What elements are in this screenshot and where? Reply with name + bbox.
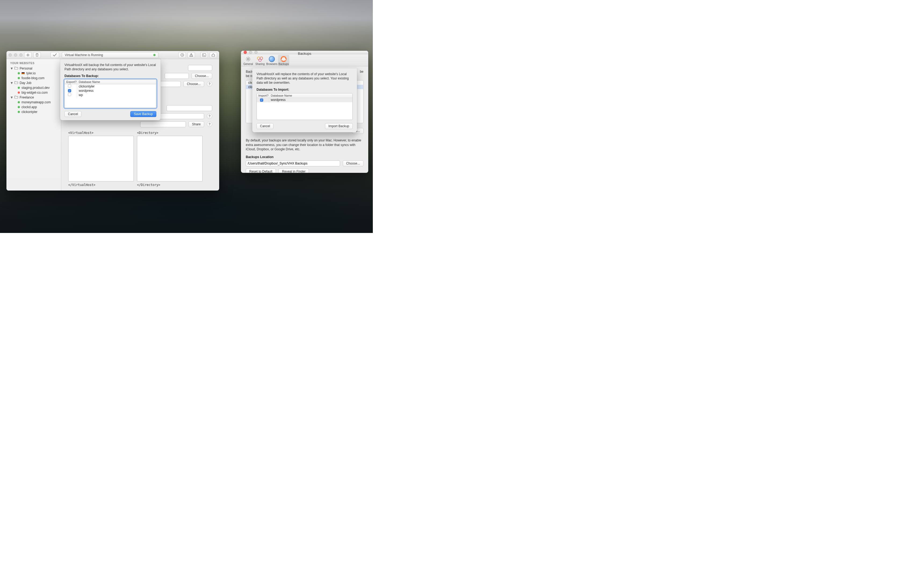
status-dot-icon: [18, 92, 20, 93]
svg-point-3: [247, 58, 249, 60]
open-home-button[interactable]: [210, 52, 217, 58]
folder-icon: [15, 95, 18, 99]
status-dot-icon: [18, 87, 20, 89]
tab-general[interactable]: General: [242, 55, 254, 66]
import-sheet: VirtualHostX will replace the contents o…: [252, 68, 357, 132]
choose-button-1[interactable]: Choose...: [192, 73, 212, 79]
sidebar-site[interactable]: foodie-blog.com: [6, 76, 61, 81]
status-dot-icon: [18, 101, 20, 103]
window-controls: [9, 53, 23, 56]
share-button[interactable]: Share: [189, 121, 204, 127]
minimize-control[interactable]: [14, 53, 17, 56]
backups-prefs-window: Backups General Sharing Browsers: [241, 51, 368, 173]
sidebar-site[interactable]: clickontyler: [6, 110, 61, 114]
col-dbname-header[interactable]: Database Name: [269, 93, 352, 98]
import-backup-button[interactable]: Import Backup: [325, 123, 353, 129]
tab-label: General: [243, 63, 253, 66]
add-site-button[interactable]: [24, 52, 32, 58]
cancel-button[interactable]: Cancel: [65, 111, 81, 117]
sidebar-site[interactable]: staging.product.dev: [6, 85, 61, 90]
vm-status-bar[interactable]: Virtual Machine is Running: [62, 52, 158, 58]
warnings-button[interactable]: [187, 52, 195, 58]
svg-point-4: [257, 57, 260, 60]
svg-point-6: [258, 59, 261, 61]
close-control[interactable]: [9, 53, 12, 56]
db-name-cell: clickontyler: [77, 84, 156, 89]
db-name-cell: wordpress: [269, 98, 352, 102]
folder-icon: [15, 66, 18, 70]
directory-textarea[interactable]: [137, 136, 202, 181]
sharing-icon: [257, 56, 263, 62]
zoom-control[interactable]: [19, 53, 23, 56]
choose-button-2[interactable]: Choose...: [183, 81, 204, 87]
status-dot-icon: [18, 72, 20, 74]
table-row[interactable]: ✓ wordpress: [65, 89, 156, 93]
sidebar-group-label: Freelance: [19, 95, 34, 99]
tab-backups[interactable]: Backups: [278, 55, 289, 66]
trash-icon: [36, 53, 39, 56]
zoom-control[interactable]: [254, 51, 258, 54]
clock-icon: [181, 53, 184, 56]
help-button[interactable]: ?: [207, 81, 212, 87]
import-checkbox[interactable]: ✓: [260, 98, 263, 102]
table-row[interactable]: clickontyler: [65, 84, 156, 89]
reveal-in-finder-button[interactable]: Reveal in Finder: [279, 169, 309, 173]
vhost-open-label: <VirtualHost>: [68, 131, 134, 135]
terminal-button[interactable]: [200, 52, 208, 58]
vhost-textarea[interactable]: [68, 136, 134, 181]
tab-browsers[interactable]: Browsers: [266, 55, 278, 66]
site-name-label: clockd.app: [21, 105, 37, 109]
reset-to-default-button[interactable]: Reset to Default: [246, 169, 276, 173]
prefs-intro-left-fragment: Back: [246, 69, 253, 74]
sidebar-heading: YOUR WEBSITES: [6, 61, 61, 66]
backup-sheet-intro: VirtualHostX will backup the full conten…: [65, 63, 156, 71]
export-checkbox[interactable]: [68, 93, 71, 96]
vhx-main-window: Virtual Machine is Running YOUR WEBSITES: [6, 51, 219, 190]
sidebar-group-dayjob[interactable]: ▶ Day Job: [6, 81, 61, 85]
prefs-intro-right-fragment: be: [360, 69, 363, 74]
table-row[interactable]: wp: [65, 93, 156, 97]
plus-icon: [26, 53, 29, 56]
export-checkbox[interactable]: ✓: [68, 89, 71, 92]
vhost-close-label: </VirtualHost>: [68, 183, 134, 187]
backup-sheet: VirtualHostX will backup the full conten…: [60, 59, 161, 120]
tab-sharing[interactable]: Sharing: [254, 55, 266, 66]
tab-label: Sharing: [255, 63, 265, 66]
delete-site-button[interactable]: [33, 52, 41, 58]
backups-location-label: Backups Location: [246, 155, 363, 159]
sidebar-site[interactable]: moneymateapp.com: [6, 100, 61, 105]
minimize-control[interactable]: [249, 51, 252, 54]
field-input-4[interactable]: [166, 105, 212, 111]
sidebar-group-personal[interactable]: ▶ Personal: [6, 66, 61, 71]
save-backup-button[interactable]: Save Backup: [130, 111, 156, 117]
site-name-label: foodie-blog.com: [21, 76, 44, 80]
help-button[interactable]: ?: [207, 113, 212, 119]
globe-icon: [269, 56, 275, 62]
sidebar-group-freelance[interactable]: ▶ Freelance: [6, 95, 61, 100]
table-row[interactable]: ✓ wordpress: [257, 98, 352, 102]
sidebar-site[interactable]: clockd.app: [6, 105, 61, 110]
backup-db-table[interactable]: Export? Database Name clickontyler ✓ wor…: [65, 79, 156, 108]
col-import-header[interactable]: Import?: [257, 93, 269, 98]
sidebar-group-label: Day Job: [19, 81, 31, 85]
field-input-5[interactable]: [158, 113, 204, 119]
folder-icon: [15, 81, 18, 85]
cancel-button[interactable]: Cancel: [257, 123, 273, 129]
backups-location-input[interactable]: [246, 161, 340, 166]
import-db-table[interactable]: Import? Database Name ✓ wordpress: [257, 93, 353, 120]
col-dbname-header[interactable]: Database Name: [77, 80, 156, 84]
sidebar-site[interactable]: big-widget-co.com: [6, 90, 61, 95]
export-checkbox[interactable]: [68, 84, 71, 87]
field-input-1[interactable]: [188, 65, 212, 71]
choose-location-button[interactable]: Choose...: [343, 161, 363, 166]
sidebar-site[interactable]: tyler.io: [6, 71, 61, 76]
apply-button[interactable]: [50, 52, 59, 58]
field-input-2[interactable]: [165, 73, 189, 79]
status-dot-icon: [18, 111, 20, 113]
col-export-header[interactable]: Export?: [65, 80, 77, 84]
close-control[interactable]: [244, 51, 247, 54]
scheduler-button[interactable]: [178, 52, 186, 58]
field-input-6[interactable]: [140, 121, 186, 127]
help-button[interactable]: ?: [207, 122, 212, 127]
disclosure-icon: ▶: [10, 82, 13, 84]
